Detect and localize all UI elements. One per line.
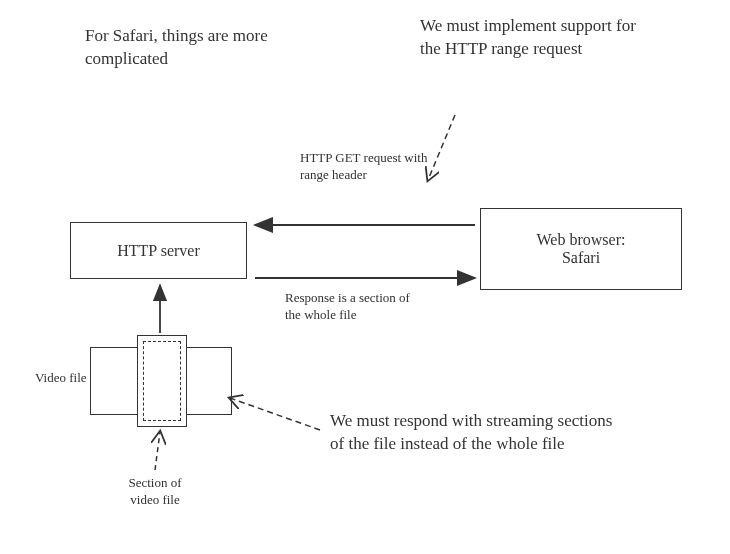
response-label: Response is a section of the whole file: [285, 290, 415, 324]
browser-label-line2: Safari: [562, 249, 600, 267]
section-label-arrow: [155, 432, 160, 470]
explanation-text: We must respond with streaming sections …: [330, 410, 630, 456]
http-server-box: HTTP server: [70, 222, 247, 279]
section-label-line1: Section of: [128, 475, 181, 490]
http-server-label: HTTP server: [117, 242, 200, 260]
dashed-arrow-top: [428, 115, 455, 180]
video-file-diagram: [90, 347, 232, 415]
title-right-text: We must implement support for the HTTP r…: [420, 15, 650, 61]
video-section-dashed-box: [143, 341, 181, 421]
request-label: HTTP GET request with range header: [300, 150, 430, 184]
browser-box: Web browser: Safari: [480, 208, 682, 290]
section-label: Section of video file: [110, 475, 200, 509]
title-left-text: For Safari, things are more complicated: [85, 25, 295, 71]
explanation-arrow: [230, 398, 320, 430]
section-label-line2: video file: [130, 492, 179, 507]
video-file-label: Video file: [35, 370, 95, 387]
browser-label-line1: Web browser:: [537, 231, 626, 249]
